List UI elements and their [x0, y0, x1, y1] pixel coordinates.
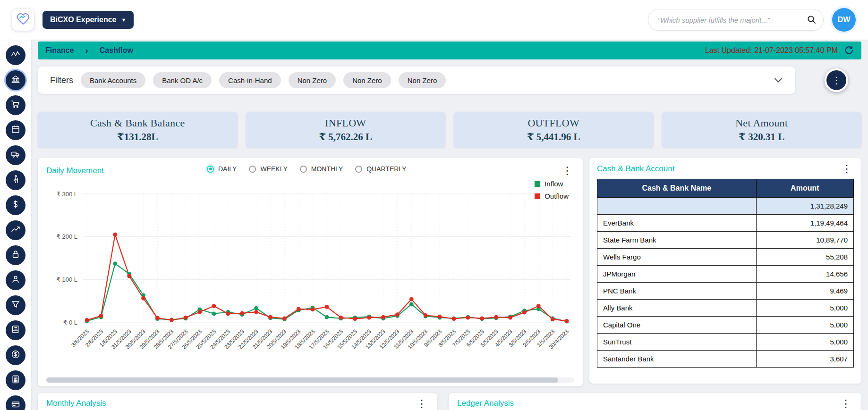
table-row[interactable]: SunTrust 5,000: [597, 334, 854, 351]
sidebar-item-activity[interactable]: [6, 45, 26, 65]
avatar[interactable]: DW: [832, 8, 856, 32]
period-radio-weekly[interactable]: WEEKLY: [249, 165, 287, 173]
svg-text:₹ 0 L: ₹ 0 L: [63, 319, 77, 326]
filters-kebab-button[interactable]: ⋮: [825, 68, 848, 92]
sidebar-item-calculator[interactable]: [6, 370, 26, 390]
filter-chip-2[interactable]: Cash-in-Hand: [219, 72, 281, 88]
content-row: Daily Movement DAILY WEEKLY MONTHLY QUAR…: [38, 158, 861, 386]
sidebar-item-dollar[interactable]: [6, 195, 26, 215]
sidebar-item-lock[interactable]: [6, 245, 26, 265]
filter-chip-0[interactable]: Bank Accounts: [81, 72, 145, 88]
sidebar-item-funnel[interactable]: [6, 295, 26, 315]
bank-amount-cell: 3,607: [756, 351, 853, 368]
search-icon[interactable]: [807, 15, 817, 26]
hiker-icon: [11, 175, 20, 186]
bank-name-cell: Capital One: [597, 317, 757, 334]
bank-name-cell: Santander Bank: [597, 351, 757, 368]
funnel-icon: [11, 300, 20, 311]
bank-table-body: 1,31,28,249 EverBank 1,19,49,464 State F…: [597, 198, 854, 368]
breadcrumb-cashflow[interactable]: Cashflow: [100, 46, 133, 55]
svg-text:₹ 200 L: ₹ 200 L: [57, 233, 77, 240]
ledger-kebab-icon[interactable]: ⋮: [839, 399, 853, 409]
table-row[interactable]: Ally Bank 5,000: [597, 300, 854, 317]
period-radio-quarterly[interactable]: QUARTERLY: [355, 165, 406, 173]
chart-scrollbar-thumb[interactable]: [46, 377, 558, 383]
sidebar-item-truck[interactable]: [6, 145, 26, 165]
filter-chip-4[interactable]: Non Zero: [343, 72, 391, 88]
sidebar-item-cart[interactable]: [6, 95, 26, 115]
breadcrumb-finance[interactable]: Finance: [45, 46, 74, 55]
period-radio-daily[interactable]: DAILY: [207, 165, 237, 173]
bank-name-cell: PNC Bank: [597, 283, 757, 300]
sidebar-item-hiker[interactable]: [6, 170, 26, 190]
ledger-analysis-card: Ledger Analysis ⋮: [449, 393, 861, 410]
bank-amount-cell: 10,89,770: [756, 232, 853, 249]
kpi-title: INFLOW: [325, 117, 366, 129]
total-amount: 1,31,28,249: [756, 198, 853, 215]
bank-amount-cell: 14,656: [756, 266, 853, 283]
sidebar-item-trending-up[interactable]: [6, 220, 26, 240]
truck-icon: [11, 150, 20, 161]
kpi-value: ₹ 320.31 L: [739, 131, 784, 143]
chart-scrollbar-track[interactable]: [46, 377, 574, 383]
app-logo[interactable]: [12, 9, 34, 31]
search-input[interactable]: [648, 9, 824, 31]
filter-chip-5[interactable]: Non Zero: [399, 72, 446, 88]
table-row[interactable]: EverBank 1,19,49,464: [597, 215, 854, 232]
sidebar-item-book[interactable]: [6, 320, 26, 340]
monthly-kebab-icon[interactable]: ⋮: [415, 399, 429, 409]
filter-chip-1[interactable]: Bank OD A/c: [153, 72, 212, 88]
table-kebab-icon[interactable]: ⋮: [840, 164, 854, 174]
column-header-amount: Amount: [756, 179, 853, 198]
table-header-row: Cash & Bank Account ⋮: [597, 164, 854, 174]
last-updated-text: Last Updated: 21-07-2023 05:57:40 PM: [705, 46, 838, 55]
chart-kebab-icon[interactable]: ⋮: [560, 166, 574, 176]
chevron-down-icon[interactable]: [774, 77, 783, 83]
sidebar-item-dollar-circle[interactable]: [6, 345, 26, 365]
radio-label: MONTHLY: [311, 165, 343, 173]
sidebar-item-calendar[interactable]: [6, 120, 26, 140]
kpi-net-amount: Net Amount ₹ 320.31 L: [662, 112, 862, 148]
table-row[interactable]: Capital One 5,000: [597, 317, 854, 334]
bank-name-cell: EverBank: [597, 215, 757, 232]
dollar-icon: [11, 200, 20, 211]
bank-icon: [11, 75, 20, 86]
period-options: DAILY WEEKLY MONTHLY QUARTERLY: [207, 165, 406, 173]
bank-name-cell: Ally Bank: [597, 300, 757, 317]
panel-title-daily-movement: Daily Movement: [46, 166, 104, 176]
bottom-row: Monthly Analysis ⋮ Ledger Analysis ⋮: [38, 393, 861, 410]
filter-chip-3[interactable]: Non Zero: [289, 72, 336, 88]
radio-icon: [300, 166, 307, 173]
legend-item-outflow[interactable]: Outflow: [535, 192, 569, 200]
period-radio-monthly[interactable]: MONTHLY: [300, 165, 343, 173]
bank-amount-cell: 9,469: [756, 283, 853, 300]
total-name: [597, 198, 757, 215]
radio-label: DAILY: [218, 165, 237, 173]
refresh-icon[interactable]: [843, 45, 854, 56]
sidebar-item-bank[interactable]: [6, 70, 26, 90]
chart-legend: Inflow Outflow: [535, 180, 569, 200]
bank-amount-cell: 5,000: [756, 334, 853, 351]
kpi-value: ₹ 5,441.96 L: [527, 131, 580, 143]
sidebar-item-user[interactable]: [6, 270, 26, 290]
bank-amount-cell: 55,208: [756, 249, 853, 266]
daily-movement-card: Daily Movement DAILY WEEKLY MONTHLY QUAR…: [38, 158, 583, 386]
kpi-value: ₹ 5,762.26 L: [319, 131, 372, 143]
table-row[interactable]: Wells Fargo 55,208: [597, 249, 854, 266]
breadcrumb-bar: Finance › Cashflow Last Updated: 21-07-2…: [38, 42, 861, 59]
bank-amount-cell: 1,19,49,464: [756, 215, 853, 232]
filter-chips: Bank AccountsBank OD A/cCash-in-HandNon …: [81, 72, 446, 88]
kebab-icon: ⋮: [832, 75, 841, 86]
table-row[interactable]: Santander Bank 3,607: [597, 351, 854, 368]
table-row[interactable]: PNC Bank 9,469: [597, 283, 854, 300]
column-header-name: Cash & Bank Name: [597, 179, 757, 198]
monthly-analysis-card: Monthly Analysis ⋮: [38, 393, 437, 410]
table-row[interactable]: JPMorgan 14,656: [597, 266, 854, 283]
calculator-icon: [11, 375, 20, 386]
bank-table: Cash & Bank Name Amount 1,31,28,249 Ever…: [597, 179, 854, 368]
table-row[interactable]: State Farm Bank 10,89,770: [597, 232, 854, 249]
sidebar-item-credit-card[interactable]: [6, 395, 26, 410]
cart-icon: [11, 100, 20, 111]
app-switcher-button[interactable]: BiCXO Experience ▼: [43, 11, 134, 29]
legend-item-inflow[interactable]: Inflow: [535, 180, 569, 188]
